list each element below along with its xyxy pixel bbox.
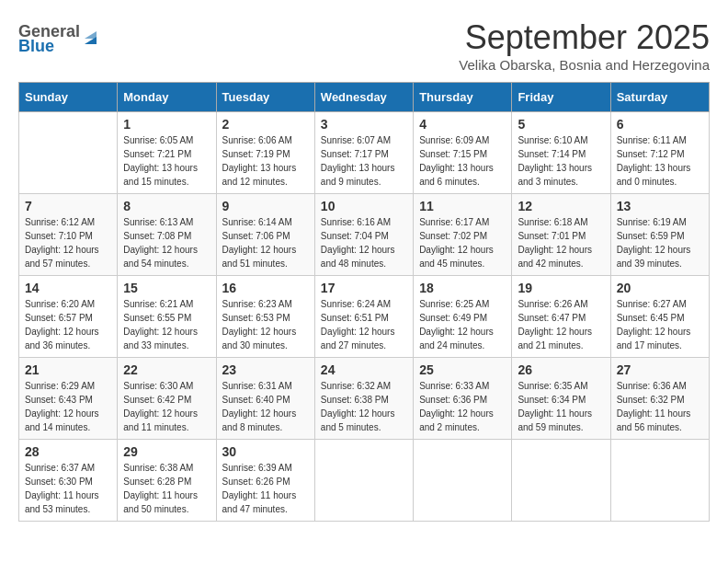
day-number: 11 — [419, 199, 506, 213]
calendar-cell: 8Sunrise: 6:13 AMSunset: 7:08 PMDaylight… — [118, 194, 216, 276]
calendar-cell: 22Sunrise: 6:30 AMSunset: 6:42 PMDayligh… — [118, 358, 216, 440]
day-number: 7 — [25, 199, 111, 213]
day-number: 20 — [617, 281, 703, 295]
day-info: Sunrise: 6:32 AMSunset: 6:38 PMDaylight:… — [321, 379, 407, 434]
day-number: 2 — [222, 117, 309, 132]
calendar-cell: 7Sunrise: 6:12 AMSunset: 7:10 PMDaylight… — [19, 194, 118, 276]
day-number: 16 — [222, 281, 309, 295]
day-number: 3 — [321, 117, 407, 132]
day-number: 8 — [123, 199, 210, 213]
calendar-week-4: 21Sunrise: 6:29 AMSunset: 6:43 PMDayligh… — [19, 358, 710, 440]
logo: General Blue — [18, 18, 101, 55]
page-header: General Blue September 2025 Velika Obars… — [18, 18, 710, 73]
calendar-cell: 29Sunrise: 6:38 AMSunset: 6:28 PMDayligh… — [118, 440, 216, 522]
calendar-cell: 15Sunrise: 6:21 AMSunset: 6:55 PMDayligh… — [118, 276, 216, 358]
calendar-cell: 1Sunrise: 6:05 AMSunset: 7:21 PMDaylight… — [118, 112, 216, 194]
calendar-cell: 16Sunrise: 6:23 AMSunset: 6:53 PMDayligh… — [216, 276, 314, 358]
day-info: Sunrise: 6:16 AMSunset: 7:04 PMDaylight:… — [321, 215, 407, 270]
calendar-cell: 23Sunrise: 6:31 AMSunset: 6:40 PMDayligh… — [216, 358, 314, 440]
day-info: Sunrise: 6:07 AMSunset: 7:17 PMDaylight:… — [321, 133, 407, 189]
day-info: Sunrise: 6:13 AMSunset: 7:08 PMDaylight:… — [123, 215, 210, 270]
day-header-monday: Monday — [118, 83, 216, 112]
calendar-cell: 25Sunrise: 6:33 AMSunset: 6:36 PMDayligh… — [414, 358, 512, 440]
calendar-week-2: 7Sunrise: 6:12 AMSunset: 7:10 PMDaylight… — [19, 194, 710, 276]
calendar-table: SundayMondayTuesdayWednesdayThursdayFrid… — [18, 82, 710, 522]
calendar-cell: 17Sunrise: 6:24 AMSunset: 6:51 PMDayligh… — [314, 276, 413, 358]
calendar-cell: 21Sunrise: 6:29 AMSunset: 6:43 PMDayligh… — [19, 358, 118, 440]
day-number: 26 — [518, 362, 604, 377]
calendar-cell — [414, 440, 512, 522]
calendar-cell: 3Sunrise: 6:07 AMSunset: 7:17 PMDaylight… — [314, 112, 413, 194]
day-info: Sunrise: 6:20 AMSunset: 6:57 PMDaylight:… — [25, 297, 111, 352]
title-block: September 2025 Velika Obarska, Bosnia an… — [459, 18, 710, 73]
day-info: Sunrise: 6:27 AMSunset: 6:45 PMDaylight:… — [617, 297, 703, 352]
calendar-cell: 4Sunrise: 6:09 AMSunset: 7:15 PMDaylight… — [414, 112, 512, 194]
day-info: Sunrise: 6:26 AMSunset: 6:47 PMDaylight:… — [518, 297, 604, 352]
day-info: Sunrise: 6:30 AMSunset: 6:42 PMDaylight:… — [123, 379, 210, 434]
calendar-cell: 20Sunrise: 6:27 AMSunset: 6:45 PMDayligh… — [610, 276, 709, 358]
day-info: Sunrise: 6:38 AMSunset: 6:28 PMDaylight:… — [123, 461, 210, 516]
day-number: 6 — [617, 117, 703, 132]
day-number: 30 — [222, 444, 309, 459]
calendar-cell — [19, 112, 118, 194]
calendar-cell: 9Sunrise: 6:14 AMSunset: 7:06 PMDaylight… — [216, 194, 314, 276]
day-number: 17 — [321, 281, 407, 295]
day-number: 10 — [321, 199, 407, 213]
day-info: Sunrise: 6:06 AMSunset: 7:19 PMDaylight:… — [222, 133, 309, 189]
day-info: Sunrise: 6:23 AMSunset: 6:53 PMDaylight:… — [222, 297, 309, 352]
calendar-cell: 6Sunrise: 6:11 AMSunset: 7:12 PMDaylight… — [610, 112, 709, 194]
day-number: 1 — [123, 117, 210, 132]
calendar-cell: 18Sunrise: 6:25 AMSunset: 6:49 PMDayligh… — [414, 276, 512, 358]
day-number: 12 — [518, 199, 604, 213]
day-number: 23 — [222, 362, 309, 377]
logo-icon: General Blue — [18, 18, 101, 55]
calendar-cell: 19Sunrise: 6:26 AMSunset: 6:47 PMDayligh… — [512, 276, 610, 358]
day-number: 28 — [25, 444, 111, 459]
day-number: 22 — [123, 362, 210, 377]
day-number: 15 — [123, 281, 210, 295]
day-info: Sunrise: 6:18 AMSunset: 7:01 PMDaylight:… — [518, 215, 604, 270]
day-number: 25 — [419, 362, 506, 377]
day-info: Sunrise: 6:31 AMSunset: 6:40 PMDaylight:… — [222, 379, 309, 434]
day-header-sunday: Sunday — [19, 83, 118, 112]
calendar-cell: 10Sunrise: 6:16 AMSunset: 7:04 PMDayligh… — [314, 194, 413, 276]
calendar-header-row: SundayMondayTuesdayWednesdayThursdayFrid… — [19, 83, 710, 112]
day-header-thursday: Thursday — [414, 83, 512, 112]
calendar-cell: 2Sunrise: 6:06 AMSunset: 7:19 PMDaylight… — [216, 112, 314, 194]
day-info: Sunrise: 6:17 AMSunset: 7:02 PMDaylight:… — [419, 215, 506, 270]
day-info: Sunrise: 6:14 AMSunset: 7:06 PMDaylight:… — [222, 215, 309, 270]
location-subtitle: Velika Obarska, Bosnia and Herzegovina — [459, 57, 710, 73]
day-info: Sunrise: 6:35 AMSunset: 6:34 PMDaylight:… — [518, 379, 604, 434]
day-info: Sunrise: 6:21 AMSunset: 6:55 PMDaylight:… — [123, 297, 210, 352]
calendar-cell: 26Sunrise: 6:35 AMSunset: 6:34 PMDayligh… — [512, 358, 610, 440]
calendar-cell — [610, 440, 709, 522]
day-number: 24 — [321, 362, 407, 377]
day-number: 21 — [25, 362, 111, 377]
calendar-week-3: 14Sunrise: 6:20 AMSunset: 6:57 PMDayligh… — [19, 276, 710, 358]
calendar-week-1: 1Sunrise: 6:05 AMSunset: 7:21 PMDaylight… — [19, 112, 710, 194]
calendar-cell: 14Sunrise: 6:20 AMSunset: 6:57 PMDayligh… — [19, 276, 118, 358]
day-number: 14 — [25, 281, 111, 295]
calendar-cell — [314, 440, 413, 522]
calendar-cell: 11Sunrise: 6:17 AMSunset: 7:02 PMDayligh… — [414, 194, 512, 276]
day-header-wednesday: Wednesday — [314, 83, 413, 112]
day-info: Sunrise: 6:10 AMSunset: 7:14 PMDaylight:… — [518, 133, 604, 189]
day-number: 9 — [222, 199, 309, 213]
day-info: Sunrise: 6:37 AMSunset: 6:30 PMDaylight:… — [25, 461, 111, 516]
day-number: 4 — [419, 117, 506, 132]
day-number: 27 — [617, 362, 703, 377]
calendar-cell: 27Sunrise: 6:36 AMSunset: 6:32 PMDayligh… — [610, 358, 709, 440]
day-info: Sunrise: 6:05 AMSunset: 7:21 PMDaylight:… — [123, 133, 210, 189]
day-number: 13 — [617, 199, 703, 213]
month-title: September 2025 — [459, 18, 710, 57]
day-number: 19 — [518, 281, 604, 295]
calendar-cell: 5Sunrise: 6:10 AMSunset: 7:14 PMDaylight… — [512, 112, 610, 194]
day-info: Sunrise: 6:39 AMSunset: 6:26 PMDaylight:… — [222, 461, 309, 516]
calendar-cell: 28Sunrise: 6:37 AMSunset: 6:30 PMDayligh… — [19, 440, 118, 522]
day-info: Sunrise: 6:12 AMSunset: 7:10 PMDaylight:… — [25, 215, 111, 270]
day-info: Sunrise: 6:25 AMSunset: 6:49 PMDaylight:… — [419, 297, 506, 352]
day-info: Sunrise: 6:19 AMSunset: 6:59 PMDaylight:… — [617, 215, 703, 270]
day-header-tuesday: Tuesday — [216, 83, 314, 112]
day-header-friday: Friday — [512, 83, 610, 112]
svg-marker-3 — [85, 31, 97, 39]
